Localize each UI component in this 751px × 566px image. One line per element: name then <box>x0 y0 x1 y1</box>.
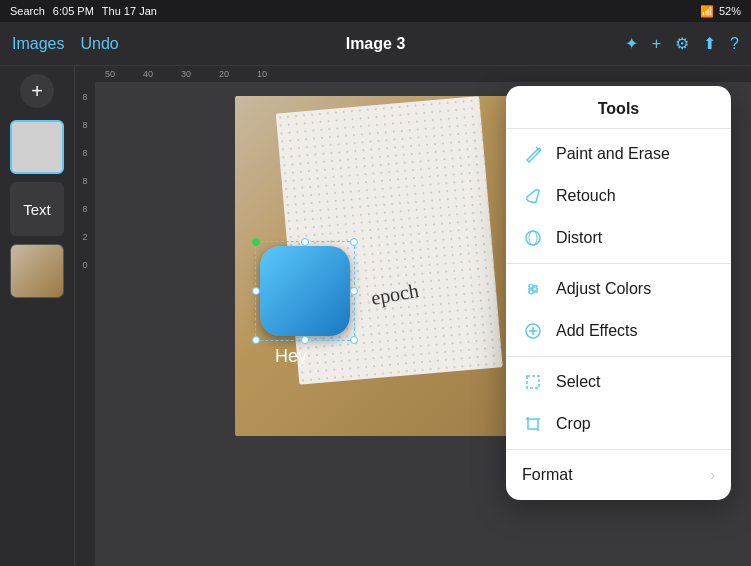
svg-point-6 <box>529 284 533 288</box>
share-icon[interactable]: ⬆ <box>703 34 716 53</box>
retouch-label: Retouch <box>556 187 616 205</box>
add-icon[interactable]: + <box>652 35 661 53</box>
add-layer-button[interactable]: + <box>20 74 54 108</box>
toolbar-right: ✦ + ⚙ ⬆ ? <box>497 34 739 53</box>
svg-point-8 <box>529 290 533 294</box>
status-time: 6:05 PM <box>53 5 94 17</box>
layer-text-label: Text <box>23 201 51 218</box>
chevron-right-icon: › <box>710 467 715 483</box>
distort-icon <box>522 227 544 249</box>
main-layout: + Text 50 40 30 20 10 8 8 8 8 8 2 0 <box>0 66 751 566</box>
crop-icon <box>522 413 544 435</box>
battery-label: 52% <box>719 5 741 17</box>
selection-box <box>255 241 355 341</box>
handle-bottom-left[interactable] <box>252 336 260 344</box>
tool-paint-erase[interactable]: Paint and Erase <box>506 133 731 175</box>
handle-middle-left[interactable] <box>252 287 260 295</box>
select-icon <box>522 371 544 393</box>
handle-top-middle[interactable] <box>301 238 309 246</box>
toolbar-center: Image 3 <box>254 35 496 53</box>
tools-section-4: Format › <box>506 450 731 500</box>
tool-select[interactable]: Select <box>506 361 731 403</box>
adjust-colors-label: Adjust Colors <box>556 280 651 298</box>
tools-section-2: Adjust Colors Add Effects <box>506 264 731 357</box>
toolbar-left: Images Undo <box>12 35 254 53</box>
add-effects-label: Add Effects <box>556 322 638 340</box>
svg-rect-12 <box>527 376 539 388</box>
ruler-left: 8 8 8 8 8 2 0 <box>75 82 95 566</box>
tool-crop[interactable]: Crop <box>506 403 731 445</box>
status-bar: Search 6:05 PM Thu 17 Jan 📶 52% <box>0 0 751 22</box>
paint-erase-icon <box>522 143 544 165</box>
top-toolbar: Images Undo Image 3 ✦ + ⚙ ⬆ ? <box>0 22 751 66</box>
tool-format[interactable]: Format › <box>506 454 731 496</box>
tools-panel-title: Tools <box>506 86 731 129</box>
document-title: Image 3 <box>346 35 406 52</box>
handle-top-left[interactable] <box>252 238 260 246</box>
tool-add-effects[interactable]: Add Effects <box>506 310 731 352</box>
handle-bottom-middle[interactable] <box>301 336 309 344</box>
images-button[interactable]: Images <box>12 35 64 53</box>
hey-text-label: Hey <box>275 346 307 367</box>
handle-middle-right[interactable] <box>350 287 358 295</box>
tools-section-1: Paint and Erase Retouch <box>506 129 731 264</box>
adjust-colors-icon <box>522 278 544 300</box>
magic-icon[interactable]: ✦ <box>625 34 638 53</box>
select-label: Select <box>556 373 600 391</box>
tool-distort[interactable]: Distort <box>506 217 731 259</box>
help-icon[interactable]: ? <box>730 35 739 53</box>
paint-erase-label: Paint and Erase <box>556 145 670 163</box>
layer-text-item[interactable]: Text <box>10 182 64 236</box>
layer-thumb-inner <box>12 122 62 172</box>
retouch-icon <box>522 185 544 207</box>
distort-label: Distort <box>556 229 602 247</box>
svg-point-7 <box>533 287 537 291</box>
undo-button[interactable]: Undo <box>80 35 118 53</box>
status-left: Search 6:05 PM Thu 17 Jan <box>10 5 157 17</box>
left-sidebar: + Text <box>0 66 75 566</box>
gear-icon[interactable]: ⚙ <box>675 34 689 53</box>
handle-bottom-right[interactable] <box>350 336 358 344</box>
tool-adjust-colors[interactable]: Adjust Colors <box>506 268 731 310</box>
tool-retouch[interactable]: Retouch <box>506 175 731 217</box>
handle-top-right[interactable] <box>350 238 358 246</box>
status-date: Thu 17 Jan <box>102 5 157 17</box>
svg-point-1 <box>526 231 540 245</box>
ruler-top: 50 40 30 20 10 <box>75 66 751 82</box>
layer-image-item[interactable] <box>10 244 64 298</box>
crop-label: Crop <box>556 415 591 433</box>
tools-section-3: Select Crop <box>506 357 731 450</box>
svg-point-2 <box>529 231 537 245</box>
format-label: Format <box>522 466 573 484</box>
tools-panel: Tools Paint and Erase <box>506 86 731 500</box>
svg-rect-13 <box>528 419 538 429</box>
wifi-icon: 📶 <box>700 5 714 18</box>
status-right: 📶 52% <box>700 5 741 18</box>
canvas-area: 50 40 30 20 10 8 8 8 8 8 2 0 epoch <box>75 66 751 566</box>
search-label: Search <box>10 5 45 17</box>
layer-thumbnail-1[interactable] <box>10 120 64 174</box>
add-effects-icon <box>522 320 544 342</box>
